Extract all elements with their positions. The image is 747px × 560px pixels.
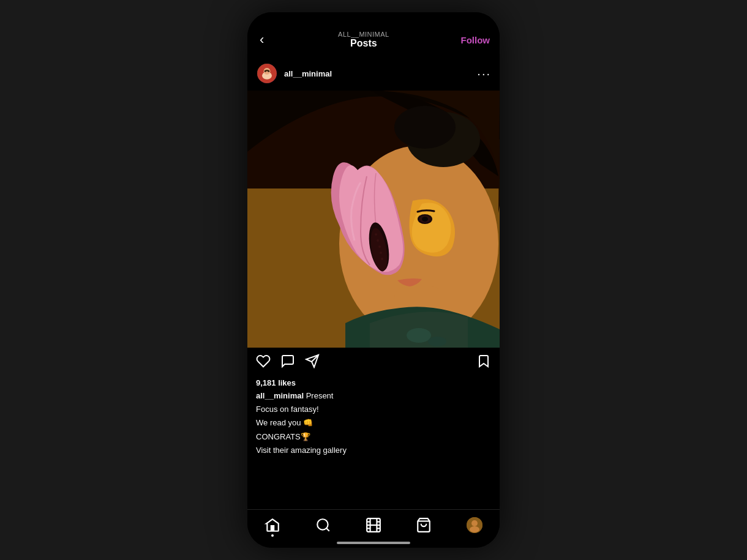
svg-point-18 [378, 245, 381, 248]
svg-point-13 [428, 337, 446, 346]
home-indicator [337, 542, 410, 544]
svg-point-20 [381, 258, 383, 260]
caption-present: Present [304, 391, 333, 400]
svg-point-4 [265, 70, 266, 72]
avatar-row: all__minimal [256, 62, 332, 84]
share-button[interactable] [305, 354, 320, 372]
nav-search[interactable] [309, 515, 337, 536]
caption-username[interactable]: all__minimal [256, 391, 304, 400]
post-image [247, 91, 500, 348]
svg-point-12 [407, 328, 431, 343]
svg-point-16 [375, 233, 377, 236]
post-username[interactable]: all__minimal [284, 69, 332, 78]
home-active-dot [271, 534, 274, 537]
svg-line-27 [326, 528, 329, 531]
bottom-nav-items [247, 515, 500, 536]
likes-count[interactable]: 9,181 likes [256, 378, 491, 387]
user-avatar[interactable] [256, 62, 278, 84]
phone-frame: ‹ ALL__MINIMAL Posts Follow [247, 12, 500, 548]
svg-point-38 [471, 520, 478, 526]
nav-shop[interactable] [410, 515, 438, 536]
like-button[interactable] [256, 354, 271, 372]
back-button[interactable]: ‹ [257, 29, 266, 50]
bookmark-button[interactable] [476, 354, 491, 372]
svg-point-26 [317, 519, 328, 529]
nav-reels[interactable] [359, 515, 388, 536]
caption-line4: Visit their amazing gallery [256, 445, 491, 456]
nav-title: Posts [338, 38, 389, 49]
profile-avatar [467, 517, 482, 533]
nav-center: ALL__MINIMAL Posts [338, 31, 389, 49]
top-nav: ‹ ALL__MINIMAL Posts Follow [247, 23, 500, 56]
post-content: 9,181 likes all__minimal Present Focus o… [247, 378, 500, 456]
caption-line2: We read you 👊 [256, 417, 491, 428]
nav-profile[interactable] [460, 515, 489, 536]
caption-line1: Focus on fantasy! [256, 404, 491, 415]
actions-bar [247, 348, 500, 378]
nav-home[interactable] [258, 515, 287, 536]
svg-point-10 [394, 106, 456, 149]
nav-username: ALL__MINIMAL [338, 31, 389, 38]
comment-button[interactable] [280, 354, 295, 372]
svg-point-23 [422, 217, 428, 222]
actions-left [256, 354, 320, 372]
bottom-nav [247, 509, 500, 548]
caption-line: all__minimal Present [256, 390, 491, 401]
status-bar [247, 12, 500, 23]
svg-point-19 [380, 252, 382, 254]
post-header: all__minimal ··· [247, 56, 500, 91]
svg-point-39 [470, 526, 479, 532]
svg-point-17 [377, 239, 379, 242]
caption-line3: CONGRATS🏆 [256, 431, 491, 442]
more-options-button[interactable]: ··· [477, 67, 491, 81]
follow-button[interactable]: Follow [460, 35, 490, 45]
svg-point-5 [268, 70, 269, 72]
